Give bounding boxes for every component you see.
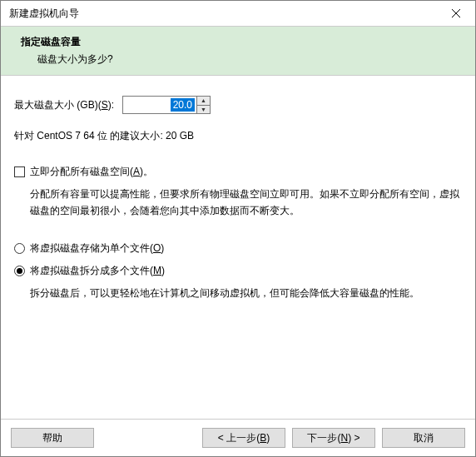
disk-size-label: 最大磁盘大小 (GB)(S): [14, 98, 114, 112]
spinner-buttons: ▲ ▼ [196, 97, 210, 113]
wizard-window: 新建虚拟机向导 指定磁盘容量 磁盘大小为多少? 最大磁盘大小 (GB)(S): … [0, 0, 476, 457]
help-button[interactable]: 帮助 [11, 428, 94, 448]
close-icon [452, 9, 460, 17]
button-bar: 帮助 < 上一步(B) 下一步(N) > 取消 [1, 419, 475, 456]
split-description: 拆分磁盘后，可以更轻松地在计算机之间移动虚拟机，但可能会降低大容量磁盘的性能。 [14, 285, 462, 301]
spinner-down[interactable]: ▼ [197, 106, 210, 114]
close-button[interactable] [439, 2, 474, 25]
radio-single-file[interactable]: 将虚拟磁盘存储为单个文件(O) [14, 241, 462, 256]
recommend-text: 针对 CentOS 7 64 位 的建议大小: 20 GB [14, 129, 462, 143]
allocate-now-label: 立即分配所有磁盘空间(A)。 [30, 165, 153, 179]
radio-split-files[interactable]: 将虚拟磁盘拆分成多个文件(M) [14, 264, 462, 278]
disk-size-spinner[interactable]: 20.0 ▲ ▼ [122, 96, 211, 114]
allocate-description: 分配所有容量可以提高性能，但要求所有物理磁盘空间立即可用。如果不立即分配所有空间… [14, 186, 462, 220]
cancel-button[interactable]: 取消 [382, 428, 465, 448]
radio-split-files-label: 将虚拟磁盘拆分成多个文件(M) [30, 264, 165, 278]
disk-size-row: 最大磁盘大小 (GB)(S): 20.0 ▲ ▼ [14, 96, 462, 114]
radio-single-file-label: 将虚拟磁盘存储为单个文件(O) [30, 241, 164, 256]
radio-icon [14, 243, 25, 254]
window-title: 新建虚拟机向导 [9, 7, 79, 21]
back-button[interactable]: < 上一步(B) [202, 428, 285, 448]
spinner-up[interactable]: ▲ [197, 97, 210, 106]
checkbox-icon [14, 166, 25, 177]
titlebar: 新建虚拟机向导 [1, 1, 475, 26]
wizard-header-subtitle: 磁盘大小为多少? [21, 49, 462, 67]
wizard-header: 指定磁盘容量 磁盘大小为多少? [1, 26, 475, 76]
disk-size-input[interactable]: 20.0 [123, 97, 196, 113]
wizard-header-title: 指定磁盘容量 [21, 35, 462, 49]
radio-icon [14, 266, 25, 276]
content-area: 最大磁盘大小 (GB)(S): 20.0 ▲ ▼ 针对 CentOS 7 64 … [1, 76, 475, 419]
next-button[interactable]: 下一步(N) > [292, 428, 375, 448]
allocate-now-checkbox[interactable]: 立即分配所有磁盘空间(A)。 [14, 165, 462, 179]
